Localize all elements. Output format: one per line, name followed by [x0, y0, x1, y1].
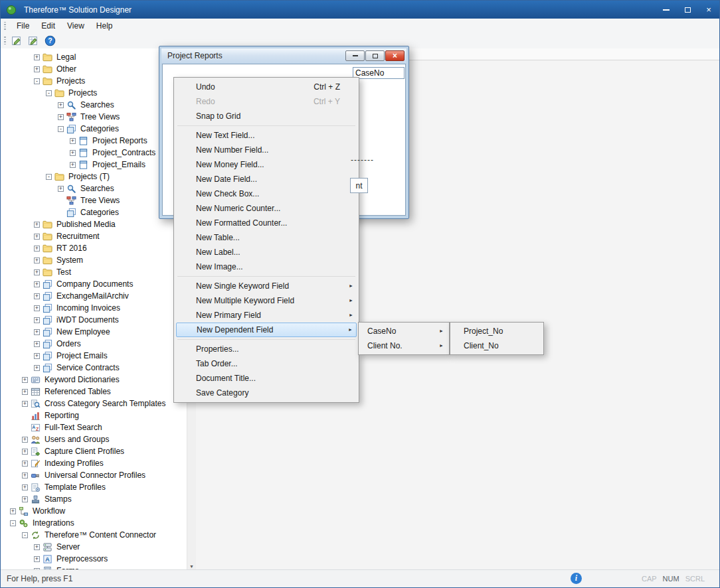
menu-item-new-date-field[interactable]: New Date Field...: [176, 172, 357, 186]
tree-item-full-text-search[interactable]: AZFull-Text Search: [1, 421, 187, 433]
expand-toggle[interactable]: +: [34, 281, 40, 287]
collapse-toggle[interactable]: -: [46, 174, 52, 180]
expand-toggle[interactable]: +: [34, 317, 40, 323]
menu-item-snap-to-grid[interactable]: Snap to Grid: [176, 109, 357, 123]
tree-item-rt-2016[interactable]: +RT 2016: [1, 242, 187, 254]
expand-toggle[interactable]: +: [22, 401, 28, 407]
tree-item-users-and-groups[interactable]: +Users and Groups: [1, 433, 187, 445]
menu-item-new-numeric-counter[interactable]: New Numeric Counter...: [176, 201, 357, 216]
dialog-minimize-button[interactable]: [345, 50, 365, 61]
expand-toggle[interactable]: +: [22, 484, 28, 490]
menu-item-new-label[interactable]: New Label...: [176, 245, 357, 259]
collapse-toggle[interactable]: -: [46, 90, 52, 96]
expand-toggle[interactable]: +: [70, 150, 76, 156]
expand-toggle[interactable]: +: [34, 257, 40, 263]
expand-toggle[interactable]: +: [10, 508, 16, 514]
expand-toggle[interactable]: +: [34, 54, 40, 60]
expand-toggle[interactable]: +: [58, 102, 64, 108]
expand-toggle[interactable]: +: [22, 437, 28, 443]
menu-help[interactable]: Help: [90, 20, 119, 32]
expand-toggle[interactable]: +: [34, 246, 40, 252]
tree-item-recruitment[interactable]: +Recruitment: [1, 230, 187, 242]
menu-item-document-title[interactable]: Document Title...: [176, 371, 357, 386]
menu-item-new-single-keyword-field[interactable]: New Single Keyword Field►: [176, 279, 357, 293]
tree-item-capture-client-profiles[interactable]: +Capture Client Profiles: [1, 445, 187, 457]
dialog-close-button[interactable]: ×: [385, 50, 405, 61]
tree-item-exchangemailarchiv[interactable]: +ExchangeMailArchiv: [1, 290, 187, 302]
menu-view[interactable]: View: [61, 20, 90, 32]
tree-item-integrations[interactable]: -Integrations: [1, 517, 187, 529]
expand-toggle[interactable]: +: [34, 234, 40, 240]
menu-item-tab-order[interactable]: Tab Order...: [176, 356, 357, 371]
menu-item-new-multiple-keyword-field[interactable]: New Multiple Keyword Field►: [176, 293, 357, 308]
menu-item-save-category[interactable]: Save Category: [176, 386, 357, 400]
menu-item-new-primary-field[interactable]: New Primary Field►: [176, 308, 357, 323]
tree-item-stamps[interactable]: +Stamps: [1, 493, 187, 505]
tree-item-workflow[interactable]: +Workflow: [1, 505, 187, 517]
menu-item-new-formatted-counter[interactable]: New Formatted Counter...: [176, 216, 357, 230]
expand-toggle[interactable]: +: [22, 449, 28, 455]
expand-toggle[interactable]: +: [34, 293, 40, 299]
expand-toggle[interactable]: +: [34, 269, 40, 275]
menu-edit[interactable]: Edit: [35, 20, 61, 32]
tree-item-new-employee[interactable]: +New Employee: [1, 326, 187, 338]
expand-toggle[interactable]: +: [22, 496, 28, 502]
caseno-field[interactable]: [353, 67, 405, 79]
menu-item-client-no[interactable]: Client No.►: [361, 338, 447, 353]
menu-item-caseno[interactable]: CaseNo►: [361, 324, 447, 338]
tree-item-keyword-dictionaries[interactable]: +Keyword Dictionaries: [1, 374, 187, 386]
expand-toggle[interactable]: +: [34, 365, 40, 371]
dialog-maximize-button[interactable]: [365, 50, 385, 61]
designer-alt-button[interactable]: [27, 34, 43, 48]
expand-toggle[interactable]: +: [34, 556, 40, 562]
collapse-toggle[interactable]: -: [58, 126, 64, 132]
menu-item-project-no[interactable]: Project_No: [452, 324, 541, 338]
collapse-toggle[interactable]: -: [34, 78, 40, 84]
menu-item-new-table[interactable]: New Table...: [176, 230, 357, 245]
tree-item-server[interactable]: +Server: [1, 541, 187, 553]
dialog-title-bar[interactable]: Project Reports ×: [161, 48, 406, 63]
tree-item-template-profiles[interactable]: +Template Profiles: [1, 481, 187, 493]
menu-item-new-text-field[interactable]: New Text Field...: [176, 128, 357, 143]
tree-item-project-emails[interactable]: +Project Emails: [1, 350, 187, 362]
expand-toggle[interactable]: +: [58, 114, 64, 120]
expand-toggle[interactable]: +: [34, 341, 40, 347]
tree-item-system[interactable]: +System: [1, 254, 187, 266]
menubar-grip[interactable]: [4, 22, 6, 30]
expand-toggle[interactable]: +: [34, 353, 40, 359]
expand-toggle[interactable]: +: [22, 473, 28, 478]
tree-item-universal-connector-profiles[interactable]: +Universal Connector Profiles: [1, 469, 187, 481]
expand-toggle[interactable]: +: [22, 377, 28, 383]
menu-item-new-number-field[interactable]: New Number Field...: [176, 143, 357, 157]
expand-toggle[interactable]: +: [34, 329, 40, 335]
tree-item-incoming-invoices[interactable]: +Incoming Invoices: [1, 302, 187, 314]
tree-item-reporting[interactable]: Reporting: [1, 409, 187, 421]
collapse-toggle[interactable]: -: [10, 520, 16, 526]
close-button[interactable]: ×: [698, 1, 719, 19]
maximize-button[interactable]: [677, 1, 698, 19]
tree-item-company-documents[interactable]: +Company Documents: [1, 278, 187, 290]
tree-item-cross-category-search-templates[interactable]: +Cross Category Search Templates: [1, 398, 187, 409]
tree-item-indexing-profiles[interactable]: +Indexing Profiles: [1, 457, 187, 469]
menu-file[interactable]: File: [11, 20, 35, 32]
expand-toggle[interactable]: +: [34, 66, 40, 72]
help-button[interactable]: ?: [44, 34, 59, 48]
expand-toggle[interactable]: +: [34, 544, 40, 550]
menu-item-new-image[interactable]: New Image...: [176, 259, 357, 274]
tree-item-published-media[interactable]: +Published Media: [1, 218, 187, 230]
collapse-toggle[interactable]: -: [22, 532, 28, 538]
menu-item-new-money-field[interactable]: New Money Field...: [176, 157, 357, 172]
tree-item-therefore-content-connector[interactable]: -Therefore™ Content Connector: [1, 529, 187, 541]
tree-item-iwdt-documents[interactable]: +iWDT Documents: [1, 314, 187, 326]
menu-item-client-no[interactable]: Client_No: [452, 338, 541, 353]
expand-toggle[interactable]: +: [70, 138, 76, 144]
tree-item-orders[interactable]: +Orders: [1, 338, 187, 350]
clipped-field-fragment[interactable]: nt: [350, 178, 368, 193]
expand-toggle[interactable]: +: [34, 305, 40, 311]
minimize-button[interactable]: [656, 1, 677, 19]
tree-item-test[interactable]: +Test: [1, 266, 187, 278]
tree-item-preprocessors[interactable]: +APreprocessors: [1, 553, 187, 565]
menu-item-properties[interactable]: Properties...: [176, 342, 357, 356]
toolbar-grip[interactable]: [4, 37, 6, 44]
menu-item-new-check-box[interactable]: New Check Box...: [176, 186, 357, 201]
